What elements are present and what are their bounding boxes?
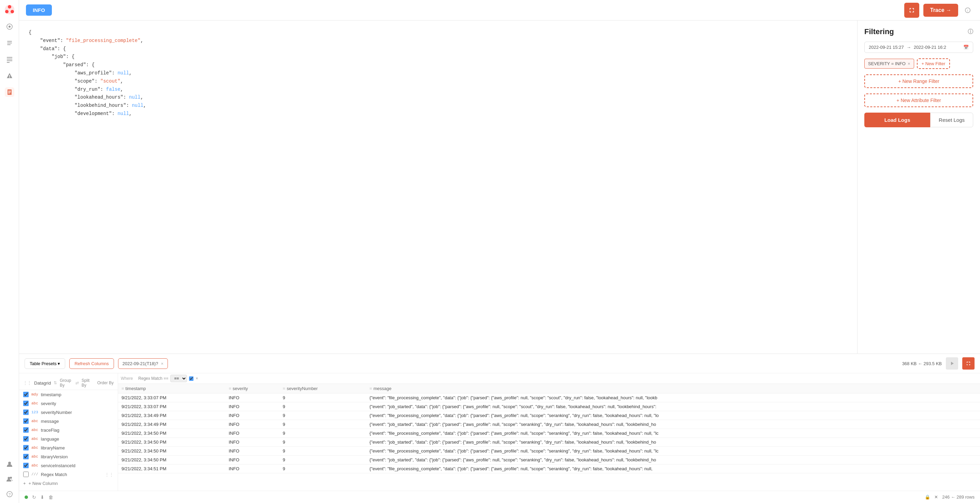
svg-rect-8 <box>7 45 11 45</box>
calendar-icon[interactable]: 📅 <box>963 45 969 50</box>
column-checkbox-severitynumber[interactable] <box>23 409 29 415</box>
row-count: 246 ← 289 rows <box>942 495 975 500</box>
datagrid-container: Where Regex Match == == != × <box>118 373 980 491</box>
table-presets-button[interactable]: Table Presets ▾ <box>25 358 65 369</box>
column-checkbox-libraryversion[interactable] <box>23 454 29 459</box>
new-column-row[interactable]: + + New Column <box>19 479 118 488</box>
sidebar-item-logs[interactable] <box>5 38 14 48</box>
table-row[interactable]: 9/21/2022, 3:34:49 PM INFO 9 {"event": "… <box>118 420 980 429</box>
column-item-severity: abc severity <box>19 399 118 408</box>
table-row[interactable]: 9/21/2022, 3:33:07 PM INFO 9 {"event": "… <box>118 393 980 402</box>
refresh-icon[interactable]: ↻ <box>32 495 36 500</box>
new-filter-button[interactable]: + New Filter <box>917 58 950 69</box>
split-by-label: Split By <box>81 378 94 388</box>
svg-point-20 <box>8 477 10 479</box>
json-viewer: { "event": "file_processing_complete", "… <box>19 21 857 353</box>
col-menu-severitynumber[interactable]: ≡ <box>283 386 286 391</box>
data-table: ≡timestamp ≡severity ≡severityNumber <box>118 384 980 473</box>
table-row[interactable]: 9/21/2022, 3:34:50 PM INFO 9 {"event": "… <box>118 447 980 455</box>
sidebar-item-alerts[interactable] <box>5 71 14 81</box>
date-filter-input[interactable]: 2022-09-21(T18)? × <box>118 358 168 369</box>
info-icon-button[interactable]: i <box>962 5 973 16</box>
info-button[interactable]: INFO <box>26 5 52 16</box>
cell-severity: INFO <box>225 420 279 429</box>
sidebar-item-list[interactable] <box>5 55 14 64</box>
column-checkbox-timestamp[interactable] <box>23 392 29 397</box>
column-list-header: ⋮⋮ Datagrid ⇅ Group By ⇄ Split By Order … <box>19 376 118 390</box>
json-line: "data": { <box>29 45 848 53</box>
new-range-filter-button[interactable]: + New Range Filter <box>864 75 973 88</box>
table-header-row: ≡timestamp ≡severity ≡severityNumber <box>118 384 980 393</box>
table-row[interactable]: 9/21/2022, 3:33:07 PM INFO 9 {"event": "… <box>118 402 980 411</box>
filter-close-icon[interactable]: × <box>908 61 910 66</box>
column-checkbox-traceflag[interactable] <box>23 427 29 433</box>
delete-icon[interactable]: 🗑 <box>48 495 53 500</box>
filtering-info-icon[interactable]: ⓘ <box>968 28 973 35</box>
lock-icon: 🔒 <box>925 495 930 500</box>
status-bar: ↻ ⬇ 🗑 🔒 ✕ 246 ← 289 rows <box>19 491 980 503</box>
new-attribute-filter-button[interactable]: + New Attribute Filter <box>864 94 973 107</box>
close-status-icon[interactable]: ✕ <box>934 495 938 500</box>
column-checkbox-regexmatch[interactable] <box>23 471 29 477</box>
regex-operator-select[interactable]: == != <box>170 375 187 382</box>
col-header-message: ≡message <box>366 384 980 393</box>
col-menu-timestamp[interactable]: ≡ <box>121 386 124 391</box>
col-menu-message[interactable]: ≡ <box>369 386 372 391</box>
column-checkbox-serviceinstanceid[interactable] <box>23 463 29 468</box>
sidebar-item-help[interactable]: ? <box>5 489 14 499</box>
regex-match-filter: Regex Match == == != × <box>138 375 198 382</box>
svg-point-2 <box>5 10 8 13</box>
sidebar-item-dashboard[interactable] <box>5 22 14 32</box>
json-line: "event": "file_processing_complete", <box>29 37 848 45</box>
load-logs-button[interactable]: Load Logs <box>864 113 930 127</box>
refresh-columns-button[interactable]: Refresh Columns <box>69 358 114 369</box>
svg-rect-18 <box>8 93 10 94</box>
cell-message: {"event": "file_processing_complete", "d… <box>366 429 980 438</box>
reset-logs-button[interactable]: Reset Logs <box>930 113 973 127</box>
table-row[interactable]: 9/21/2022, 3:34:49 PM INFO 9 {"event": "… <box>118 411 980 420</box>
svg-point-1 <box>8 5 11 8</box>
regex-close-icon[interactable]: × <box>196 376 198 381</box>
plus-icon: + <box>23 481 26 486</box>
cell-message: {"event": "file_processing_complete", "d… <box>366 465 980 473</box>
table-row[interactable]: 9/21/2022, 3:34:50 PM INFO 9 {"event": "… <box>118 429 980 438</box>
sidebar-item-document[interactable] <box>5 88 14 97</box>
col-header-severitynumber: ≡severityNumber <box>280 384 366 393</box>
table-row[interactable]: 9/21/2022, 3:34:50 PM INFO 9 {"event": "… <box>118 438 980 447</box>
column-checkbox-libraryname[interactable] <box>23 445 29 450</box>
sidebar-item-users[interactable] <box>5 474 14 484</box>
cell-severitynumber: 9 <box>280 393 366 402</box>
cell-message: {"event": "file_processing_complete", "d… <box>366 411 980 420</box>
col-menu-severity[interactable]: ≡ <box>229 386 231 391</box>
sidebar-item-user[interactable] <box>5 459 14 469</box>
severity-filter-tag: SEVERITY = INFO × <box>864 59 914 68</box>
regex-checkbox[interactable] <box>189 376 194 381</box>
table-row[interactable]: 9/21/2022, 3:34:50 PM INFO 9 {"event": "… <box>118 455 980 465</box>
cell-severity: INFO <box>225 402 279 411</box>
cell-severity: INFO <box>225 447 279 455</box>
svg-marker-26 <box>951 362 954 365</box>
date-filter-clear-icon[interactable]: × <box>161 361 164 366</box>
trace-button[interactable]: Trace → <box>923 4 958 17</box>
column-checkbox-severity[interactable] <box>23 401 29 406</box>
column-checkbox-language[interactable] <box>23 436 29 442</box>
column-checkbox-message[interactable] <box>23 419 29 424</box>
content-area: { "event": "file_processing_complete", "… <box>19 21 980 353</box>
json-line: "lookahead_hours": null, <box>29 94 848 102</box>
json-line: "scope": "scout", <box>29 78 848 86</box>
svg-rect-14 <box>9 77 10 78</box>
logo-icon[interactable] <box>4 4 15 15</box>
svg-point-21 <box>10 477 12 479</box>
expand-small-button[interactable] <box>962 357 975 369</box>
date-range[interactable]: 2022-09-21 15:27 → 2022-09-21 16:2 📅 <box>864 41 973 53</box>
expand-button[interactable] <box>904 3 919 18</box>
cell-timestamp: 9/21/2022, 3:34:50 PM <box>118 429 225 438</box>
table-row[interactable]: 9/21/2022, 3:34:51 PM INFO 9 {"event": "… <box>118 465 980 473</box>
drag-handle[interactable]: ⋮⋮ <box>105 472 114 477</box>
status-right: 🔒 ✕ 246 ← 289 rows <box>925 495 975 500</box>
play-button[interactable] <box>946 357 958 369</box>
cell-severitynumber: 9 <box>280 447 366 455</box>
svg-rect-16 <box>8 91 11 91</box>
column-item-message: abc message <box>19 417 118 425</box>
download-icon[interactable]: ⬇ <box>40 495 45 500</box>
